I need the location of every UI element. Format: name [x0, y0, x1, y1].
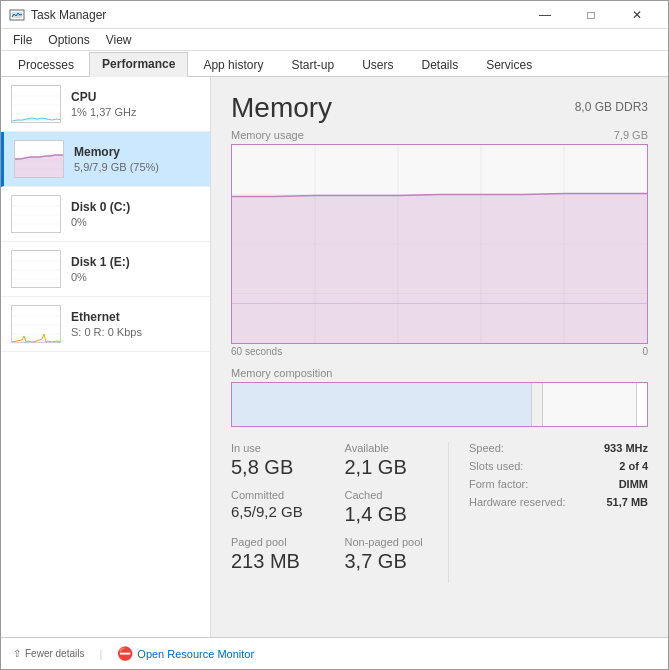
composition-label: Memory composition: [231, 367, 648, 379]
stat-nonpaged-pool: Non-paged pool 3,7 GB: [345, 536, 449, 573]
chevron-up-icon: ⇧: [13, 648, 21, 659]
disk0-value: 0%: [71, 216, 200, 228]
tab-bar: Processes Performance App history Start-…: [1, 51, 668, 77]
stat-paged-label: Paged pool: [231, 536, 335, 548]
monitor-icon: ⛔: [117, 646, 133, 661]
bottom-bar: ⇧ Fewer details | ⛔ Open Resource Monito…: [1, 637, 668, 669]
memory-usage-graph: [231, 144, 648, 344]
stat-slots-label: Slots used:: [469, 460, 523, 472]
comp-in-use: [232, 383, 531, 426]
menu-bar: File Options View: [1, 29, 668, 51]
open-resource-monitor-button[interactable]: ⛔ Open Resource Monitor: [117, 646, 254, 661]
panel-subtitle: 8,0 GB DDR3: [575, 100, 648, 114]
maximize-button[interactable]: □: [568, 1, 614, 29]
tab-users[interactable]: Users: [349, 53, 406, 76]
performance-detail-panel: Memory 8,0 GB DDR3 Memory usage 7,9 GB: [211, 77, 668, 637]
stat-hw-reserved: Hardware reserved: 51,7 MB: [469, 496, 648, 508]
cpu-value: 1% 1,37 GHz: [71, 106, 200, 118]
graph-time-start: 60 seconds: [231, 346, 282, 357]
sidebar-item-disk1[interactable]: Disk 1 (E:) 0%: [1, 242, 210, 297]
disk0-info: Disk 0 (C:) 0%: [71, 200, 200, 228]
memory-info: Memory 5,9/7,9 GB (75%): [74, 145, 200, 173]
minimize-button[interactable]: —: [522, 1, 568, 29]
stat-nonpaged-label: Non-paged pool: [345, 536, 449, 548]
disk0-thumbnail: [11, 195, 61, 233]
tab-services[interactable]: Services: [473, 53, 545, 76]
ethernet-info: Ethernet S: 0 R: 0 Kbps: [71, 310, 200, 338]
svg-rect-16: [12, 251, 61, 288]
tab-processes[interactable]: Processes: [5, 53, 87, 76]
memory-thumbnail: [14, 140, 64, 178]
stat-in-use-label: In use: [231, 442, 335, 454]
stat-available: Available 2,1 GB: [345, 442, 449, 479]
tab-details[interactable]: Details: [408, 53, 471, 76]
tab-startup[interactable]: Start-up: [278, 53, 347, 76]
panel-header: Memory 8,0 GB DDR3: [231, 92, 648, 124]
close-button[interactable]: ✕: [614, 1, 660, 29]
menu-file[interactable]: File: [5, 31, 40, 49]
sidebar-item-memory[interactable]: Memory 5,9/7,9 GB (75%): [1, 132, 210, 187]
stat-committed: Committed 6,5/9,2 GB: [231, 489, 335, 526]
stats-right: Speed: 933 MHz Slots used: 2 of 4 Form f…: [448, 442, 648, 583]
comp-standby: [542, 383, 636, 426]
cpu-thumbnail: [11, 85, 61, 123]
graph-time-labels: 60 seconds 0: [231, 346, 648, 357]
memory-name: Memory: [74, 145, 200, 159]
disk1-value: 0%: [71, 271, 200, 283]
svg-marker-31: [232, 194, 647, 343]
stat-paged-pool: Paged pool 213 MB: [231, 536, 335, 573]
ethernet-value: S: 0 R: 0 Kbps: [71, 326, 200, 338]
stat-committed-value: 6,5/9,2 GB: [231, 503, 335, 520]
disk1-thumbnail: [11, 250, 61, 288]
svg-rect-20: [12, 306, 61, 343]
stat-committed-label: Committed: [231, 489, 335, 501]
svg-rect-12: [12, 196, 61, 233]
ethernet-thumbnail: [11, 305, 61, 343]
stats-section: In use 5,8 GB Available 2,1 GB Committed…: [231, 442, 648, 583]
svg-rect-3: [12, 86, 61, 123]
cpu-name: CPU: [71, 90, 200, 104]
sidebar: CPU 1% 1,37 GHz Memory: [1, 77, 211, 637]
stat-in-use-value: 5,8 GB: [231, 456, 335, 479]
cpu-info: CPU 1% 1,37 GHz: [71, 90, 200, 118]
stat-form-label: Form factor:: [469, 478, 528, 490]
sidebar-item-cpu[interactable]: CPU 1% 1,37 GHz: [1, 77, 210, 132]
disk1-info: Disk 1 (E:) 0%: [71, 255, 200, 283]
tab-performance[interactable]: Performance: [89, 52, 188, 77]
stat-speed-label: Speed:: [469, 442, 504, 454]
stat-hw-label: Hardware reserved:: [469, 496, 566, 508]
stat-slots: Slots used: 2 of 4: [469, 460, 648, 472]
stat-available-label: Available: [345, 442, 449, 454]
menu-view[interactable]: View: [98, 31, 140, 49]
bottom-separator: |: [99, 648, 102, 660]
stat-in-use: In use 5,8 GB: [231, 442, 335, 479]
graph-label-name: Memory usage: [231, 129, 304, 141]
menu-options[interactable]: Options: [40, 31, 97, 49]
graph-time-end: 0: [642, 346, 648, 357]
stat-speed: Speed: 933 MHz: [469, 442, 648, 454]
stat-available-value: 2,1 GB: [345, 456, 449, 479]
main-content: CPU 1% 1,37 GHz Memory: [1, 77, 668, 637]
fewer-details-button[interactable]: ⇧ Fewer details: [13, 648, 84, 659]
window-title: Task Manager: [31, 8, 522, 22]
memory-value: 5,9/7,9 GB (75%): [74, 161, 200, 173]
stat-form-value: DIMM: [619, 478, 648, 490]
stat-cached-label: Cached: [345, 489, 449, 501]
stat-hw-value: 51,7 MB: [606, 496, 648, 508]
stats-left: In use 5,8 GB Available 2,1 GB Committed…: [231, 442, 448, 583]
sidebar-item-disk0[interactable]: Disk 0 (C:) 0%: [1, 187, 210, 242]
stat-slots-value: 2 of 4: [619, 460, 648, 472]
disk1-name: Disk 1 (E:): [71, 255, 200, 269]
fewer-details-label: Fewer details: [25, 648, 84, 659]
title-bar: Task Manager — □ ✕: [1, 1, 668, 29]
sidebar-item-ethernet[interactable]: Ethernet S: 0 R: 0 Kbps: [1, 297, 210, 352]
ethernet-name: Ethernet: [71, 310, 200, 324]
comp-modified: [531, 383, 542, 426]
tab-app-history[interactable]: App history: [190, 53, 276, 76]
memory-composition-bar: [231, 382, 648, 427]
stat-paged-value: 213 MB: [231, 550, 335, 573]
stat-form-factor: Form factor: DIMM: [469, 478, 648, 490]
panel-title: Memory: [231, 92, 332, 124]
stat-cached-value: 1,4 GB: [345, 503, 449, 526]
open-monitor-label: Open Resource Monitor: [137, 648, 254, 660]
